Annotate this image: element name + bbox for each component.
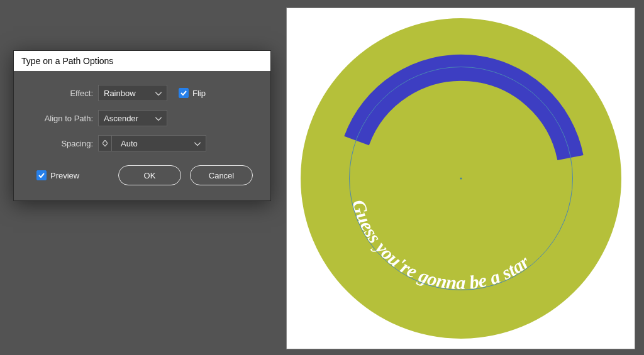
dialog-body: Effect: Rainbow Flip Align to Path: Asce…: [14, 71, 270, 200]
spacing-stepper[interactable]: [98, 135, 112, 151]
preview-wrap: Preview: [36, 170, 79, 180]
spacing-select[interactable]: Auto: [112, 135, 206, 151]
ok-label: OK: [144, 171, 156, 180]
effect-value: Rainbow: [104, 89, 136, 98]
ok-button[interactable]: OK: [118, 165, 181, 185]
flip-checkbox[interactable]: [179, 88, 189, 98]
align-select[interactable]: Ascender: [98, 110, 167, 126]
align-row: Align to Path: Ascender: [31, 110, 253, 126]
effect-row: Effect: Rainbow Flip: [31, 85, 253, 101]
path-center-point: [460, 178, 462, 180]
effect-select[interactable]: Rainbow: [98, 85, 167, 101]
cancel-button[interactable]: Cancel: [190, 165, 253, 185]
chevron-down-icon: [155, 114, 162, 123]
align-label: Align to Path:: [31, 114, 98, 123]
spacing-label: Spacing:: [31, 139, 98, 148]
cancel-label: Cancel: [209, 171, 234, 180]
chevron-down-icon: [155, 89, 162, 98]
effect-label: Effect:: [31, 89, 98, 98]
preview-label[interactable]: Preview: [50, 171, 79, 180]
align-value: Ascender: [104, 114, 138, 123]
flip-label[interactable]: Flip: [192, 89, 206, 98]
spacing-row: Spacing: Auto: [31, 135, 253, 151]
dialog-actions: Preview OK Cancel: [31, 165, 253, 185]
spacing-value: Auto: [117, 139, 201, 148]
preview-checkbox[interactable]: [36, 170, 47, 180]
artboard: Guess you're gonna be a star: [286, 8, 635, 349]
dialog-title: Type on a Path Options: [14, 51, 270, 71]
type-on-path-options-dialog: Type on a Path Options Effect: Rainbow F…: [13, 50, 271, 201]
